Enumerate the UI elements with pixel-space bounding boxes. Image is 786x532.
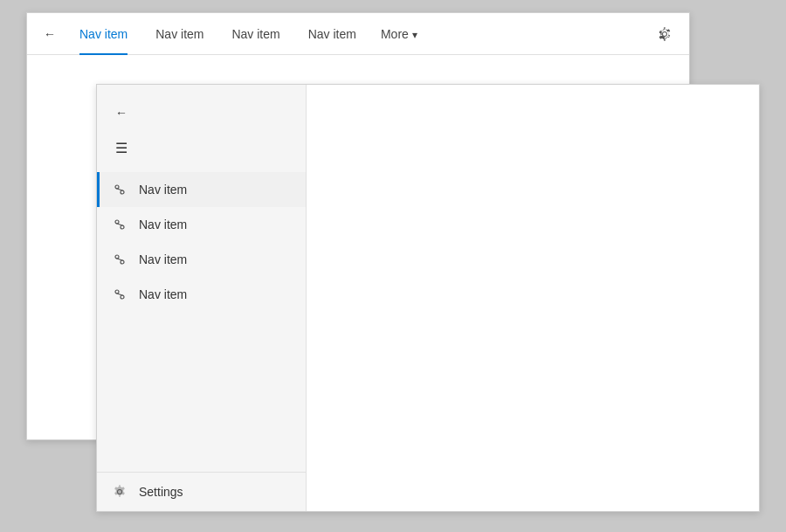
nav-item-1-icon xyxy=(111,181,128,198)
sidebar-nav-item-2-label: Nav item xyxy=(139,218,187,231)
svg-line-2 xyxy=(116,189,124,191)
top-nav-back-button[interactable]: ← xyxy=(38,22,62,46)
nav-item-2-icon xyxy=(111,216,128,233)
top-nav-more-label: More xyxy=(381,27,409,41)
sidebar-hamburger-button[interactable]: ☰ xyxy=(107,134,135,162)
top-nav-item-1[interactable]: Nav item xyxy=(66,13,141,55)
nav-item-3-icon xyxy=(111,251,128,268)
svg-line-5 xyxy=(116,224,124,226)
sidebar: ← ☰ Nav item xyxy=(97,85,307,511)
sidebar-nav-item-4-label: Nav item xyxy=(139,287,187,301)
nav-item-4-icon xyxy=(111,286,128,303)
inner-window: ← ☰ Nav item xyxy=(96,84,760,512)
top-nav-items: Nav item Nav item Nav item Nav item More xyxy=(66,13,651,55)
sidebar-nav-item-4[interactable]: Nav item xyxy=(97,277,306,312)
sidebar-nav-item-3-label: Nav item xyxy=(139,252,187,266)
top-nav-item-4[interactable]: Nav item xyxy=(294,13,370,55)
sidebar-back-button[interactable]: ← xyxy=(107,99,135,127)
top-nav-item-2[interactable]: Nav item xyxy=(141,13,217,55)
svg-line-11 xyxy=(116,294,124,296)
top-nav: ← Nav item Nav item Nav item Nav item Mo… xyxy=(27,13,689,55)
sidebar-nav-items: Nav item Nav item xyxy=(97,172,306,472)
gear-icon xyxy=(658,27,672,41)
top-nav-item-3[interactable]: Nav item xyxy=(217,13,293,55)
settings-icon xyxy=(111,483,128,501)
sidebar-settings-label: Settings xyxy=(139,485,183,499)
settings-gear-button[interactable] xyxy=(651,20,679,48)
main-content xyxy=(307,85,759,511)
sidebar-settings-button[interactable]: Settings xyxy=(97,472,306,511)
sidebar-nav-item-1-label: Nav item xyxy=(139,183,187,197)
svg-line-8 xyxy=(116,259,124,261)
sidebar-nav-item-1[interactable]: Nav item xyxy=(97,172,306,207)
top-nav-more-button[interactable]: More xyxy=(370,13,428,55)
chevron-down-icon xyxy=(412,27,417,41)
sidebar-nav-item-2[interactable]: Nav item xyxy=(97,207,306,242)
sidebar-nav-item-3[interactable]: Nav item xyxy=(97,242,306,277)
